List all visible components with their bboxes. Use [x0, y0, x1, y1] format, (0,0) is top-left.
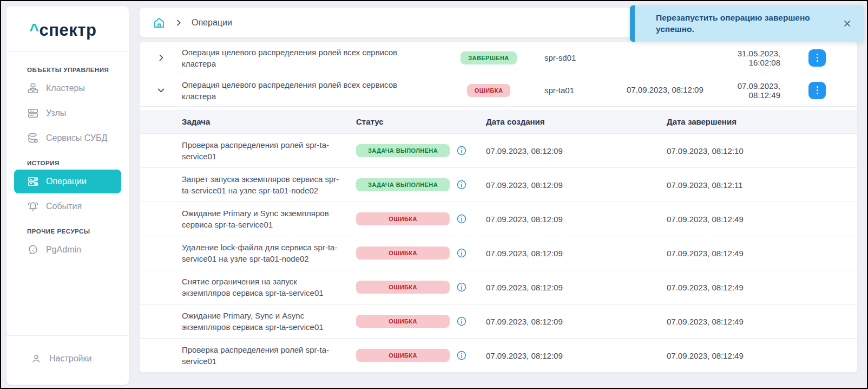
sidebar-section: ПРОЧИЕ РЕСУРСЫPgAdmin	[14, 224, 121, 262]
info-icon[interactable]	[456, 248, 467, 258]
task-row: Снятие ограничения на запуск экземпляров…	[140, 270, 857, 304]
events-icon	[27, 200, 39, 212]
task-completed: 07.09.2023, 08:12:49	[667, 215, 857, 224]
brand-logo-text: ^спектр	[29, 21, 96, 40]
tasks-header-row: Задача Статус Дата создания Дата заверше…	[140, 110, 857, 134]
breadcrumb-page: Операции	[192, 18, 232, 28]
operations-table: Операция целевого распределения ролей вс…	[140, 42, 857, 373]
brand-logo: ^спектр	[6, 7, 129, 51]
home-icon[interactable]	[153, 16, 166, 29]
sidebar-section: ИСТОРИЯОперацииСобытия	[14, 155, 121, 218]
operation-title: Операция целевого распределения ролей вс…	[182, 75, 437, 106]
sidebar-item-nodes[interactable]: Узлы	[14, 101, 121, 125]
task-completed: 07.09.2023, 08:12:11	[667, 180, 857, 190]
sidebar-item-operations[interactable]: Операции	[14, 170, 121, 193]
task-status-badge: ОШИБКА	[356, 349, 450, 362]
operation-title: Операция целевого распределения ролей вс…	[182, 42, 437, 74]
task-created: 07.09.2023, 08:12:09	[486, 317, 667, 326]
expander-chevron-icon[interactable]	[153, 50, 168, 66]
sidebar-item-pgadmin[interactable]: PgAdmin	[14, 238, 121, 262]
task-completed: 07.09.2023, 08:12:49	[667, 317, 857, 326]
tasks-col-status: Статус	[356, 117, 486, 126]
task-row: Ожидание Primary, Sync и Async экземпляр…	[140, 304, 857, 339]
pgadmin-icon	[27, 244, 39, 256]
task-name: Проверка распределения ролей spr-ta-serv…	[182, 134, 356, 167]
toast-notification: Перезапустить операцию завершено успешно…	[630, 5, 864, 42]
task-created: 07.09.2023, 08:12:09	[486, 215, 667, 224]
close-icon[interactable]	[839, 17, 855, 30]
task-created: 07.09.2023, 08:12:09	[486, 146, 667, 155]
operation-created: 07.09.2023, 08:12:09	[627, 85, 720, 95]
nodes-icon	[27, 107, 39, 119]
sidebar: ^спектр ОБЪЕКТЫ УПРАВЛЕНИЯКластерыУзлыСе…	[6, 7, 129, 385]
task-rows: Проверка распределения ролей spr-ta-serv…	[140, 134, 857, 373]
sidebar-item-label: PgAdmin	[46, 245, 81, 255]
sidebar-item-label: Узлы	[46, 108, 66, 118]
main-area: Операции Операция целевого распределения…	[140, 8, 857, 373]
sidebar-section-label: ПРОЧИЕ РЕСУРСЫ	[14, 224, 121, 238]
sidebar-item-label: Операции	[46, 177, 87, 186]
sidebar-item-settings[interactable]: Настройки	[14, 347, 121, 371]
operation-row: Операция целевого распределения ролей вс…	[140, 42, 857, 74]
task-status-badge: ЗАДАЧА ВЫПОЛНЕНА	[356, 144, 450, 157]
kebab-menu-button[interactable]	[808, 82, 826, 99]
task-name: Проверка распределения ролей spr-ta-serv…	[182, 339, 356, 372]
task-row: Удаление lock-файла для сервиса spr-ta-s…	[140, 236, 857, 270]
task-created: 07.09.2023, 08:12:09	[486, 249, 667, 258]
sidebar-footer: Настройки	[6, 335, 129, 385]
task-status-badge: ОШИБКА	[356, 247, 450, 260]
kebab-menu-button[interactable]	[808, 49, 826, 67]
tasks-col-created: Дата создания	[486, 117, 667, 126]
tasks-col-completed: Дата завершения	[667, 117, 857, 126]
task-created: 07.09.2023, 08:12:09	[486, 351, 667, 360]
task-status-badge: ОШИБКА	[356, 315, 450, 328]
brand-caret: ^	[29, 21, 40, 40]
sidebar-section-label: ОБЪЕКТЫ УПРАВЛЕНИЯ	[14, 62, 121, 76]
task-name: Ожидание Primary, Sync и Async экземпляр…	[182, 304, 356, 338]
operation-row: Операция целевого распределения ролей вс…	[140, 74, 857, 107]
sidebar-nav: ОБЪЕКТЫ УПРАВЛЕНИЯКластерыУзлыСервисы СУ…	[6, 51, 129, 335]
task-status-badge: ЗАДАЧА ВЫПОЛНЕНА	[356, 178, 450, 191]
brand-name: спектр	[40, 21, 97, 40]
tasks-col-task: Задача	[182, 117, 356, 126]
operation-completed: 31.05.2023, 16:02:08	[720, 49, 808, 67]
expander-chevron-icon[interactable]	[153, 83, 168, 98]
task-name: Снятие ограничения на запуск экземпляров…	[182, 270, 356, 304]
task-completed: 07.09.2023, 08:12:10	[667, 146, 857, 155]
clusters-icon	[27, 82, 39, 94]
task-status-badge: ОШИБКА	[356, 281, 450, 294]
info-icon[interactable]	[456, 316, 467, 327]
sidebar-item-label: Настройки	[49, 354, 91, 364]
info-icon[interactable]	[456, 350, 467, 361]
task-status-badge: ОШИБКА	[356, 212, 450, 225]
info-icon[interactable]	[456, 282, 467, 293]
status-badge: ОШИБКА	[467, 84, 510, 97]
status-badge: ЗАВЕРШЕНА	[461, 51, 516, 64]
sidebar-item-label: Кластеры	[46, 83, 85, 93]
sidebar-item-db-services[interactable]: Сервисы СУБД	[14, 126, 121, 150]
operation-rows: Операция целевого распределения ролей вс…	[140, 42, 857, 107]
sidebar-item-label: Сервисы СУБД	[46, 133, 107, 143]
sidebar-section-label: ИСТОРИЯ	[14, 155, 121, 170]
task-row: Проверка распределения ролей spr-ta-serv…	[140, 339, 857, 373]
sidebar-item-events[interactable]: События	[14, 194, 121, 218]
sidebar-section: ОБЪЕКТЫ УПРАВЛЕНИЯКластерыУзлыСервисы СУ…	[14, 62, 121, 150]
sidebar-item-clusters[interactable]: Кластеры	[14, 76, 121, 100]
task-created: 07.09.2023, 08:12:09	[486, 180, 667, 190]
info-icon[interactable]	[456, 213, 467, 224]
chevron-right-icon	[174, 18, 183, 27]
task-row: Проверка распределения ролей spr-ta-serv…	[140, 134, 857, 168]
task-completed: 07.09.2023, 08:12:49	[667, 283, 857, 292]
task-row: Ожидание Primary и Sync экземпляров серв…	[140, 202, 857, 236]
task-row: Запрет запуска экземпляров сервиса spr-t…	[140, 168, 857, 202]
task-created: 07.09.2023, 08:12:09	[486, 283, 667, 292]
task-name: Ожидание Primary и Sync экземпляров серв…	[182, 202, 356, 236]
info-icon[interactable]	[456, 179, 467, 190]
sidebar-item-label: События	[46, 202, 82, 211]
operations-icon	[27, 176, 39, 187]
info-icon[interactable]	[456, 145, 467, 156]
task-completed: 07.09.2023, 08:12:49	[667, 249, 857, 258]
operation-target: spr-sd01	[540, 53, 627, 62]
operation-completed: 07.09.2023, 08:12:49	[720, 81, 808, 100]
task-name: Запрет запуска экземпляров сервиса spr-t…	[182, 168, 356, 202]
